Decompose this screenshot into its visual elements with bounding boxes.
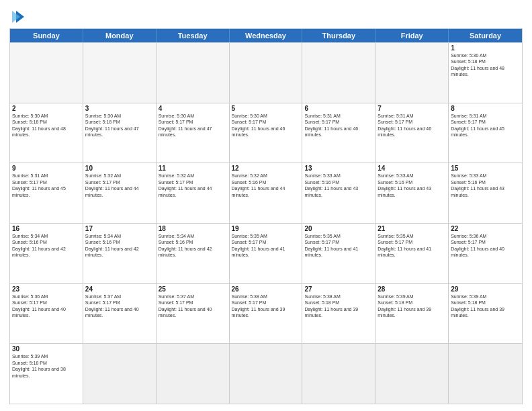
cell-info: Sunrise: 5:36 AMSunset: 5:17 PMDaylight:… [451, 233, 520, 259]
header-day-friday: Friday [375, 29, 449, 42]
calendar-cell: 23Sunrise: 5:36 AMSunset: 5:17 PMDayligh… [10, 284, 83, 344]
calendar-cell: 16Sunrise: 5:34 AMSunset: 5:16 PMDayligh… [10, 224, 83, 283]
calendar-cell: 13Sunrise: 5:33 AMSunset: 5:16 PMDayligh… [302, 163, 375, 223]
cell-info: Sunrise: 5:37 AMSunset: 5:17 PMDaylight:… [159, 293, 227, 319]
cell-info: Sunrise: 5:30 AMSunset: 5:17 PMDaylight:… [159, 113, 227, 138]
calendar-cell: 26Sunrise: 5:38 AMSunset: 5:17 PMDayligh… [230, 284, 303, 344]
day-number: 17 [85, 225, 154, 232]
calendar-cell [230, 344, 303, 404]
cell-info: Sunrise: 5:36 AMSunset: 5:17 PMDaylight:… [12, 293, 81, 319]
day-number: 14 [378, 165, 446, 172]
cell-info: Sunrise: 5:38 AMSunset: 5:18 PMDaylight:… [304, 293, 373, 319]
calendar-week-3: 9Sunrise: 5:31 AMSunset: 5:17 PMDaylight… [10, 163, 522, 223]
day-number: 29 [451, 285, 520, 293]
day-number: 8 [451, 105, 520, 112]
day-number: 4 [159, 105, 227, 112]
cell-info: Sunrise: 5:30 AMSunset: 5:18 PMDaylight:… [451, 52, 520, 78]
cell-info: Sunrise: 5:30 AMSunset: 5:17 PMDaylight:… [232, 113, 300, 138]
cell-info: Sunrise: 5:32 AMSunset: 5:17 PMDaylight:… [159, 173, 227, 198]
calendar-cell: 5Sunrise: 5:30 AMSunset: 5:17 PMDaylight… [230, 103, 303, 163]
calendar-cell [157, 43, 230, 103]
calendar-cell [230, 43, 303, 103]
cell-info: Sunrise: 5:39 AMSunset: 5:18 PMDaylight:… [12, 353, 81, 379]
calendar-cell [302, 344, 375, 404]
cell-info: Sunrise: 5:32 AMSunset: 5:17 PMDaylight:… [85, 173, 154, 198]
cell-info: Sunrise: 5:31 AMSunset: 5:17 PMDaylight:… [451, 113, 520, 138]
calendar-week-5: 23Sunrise: 5:36 AMSunset: 5:17 PMDayligh… [10, 283, 522, 344]
cell-info: Sunrise: 5:31 AMSunset: 5:17 PMDaylight:… [12, 173, 81, 198]
calendar-cell: 30Sunrise: 5:39 AMSunset: 5:18 PMDayligh… [10, 344, 83, 404]
header-day-monday: Monday [83, 29, 157, 42]
calendar-cell: 9Sunrise: 5:31 AMSunset: 5:17 PMDaylight… [10, 163, 83, 223]
calendar-cell [302, 43, 375, 103]
calendar-body: 1Sunrise: 5:30 AMSunset: 5:18 PMDaylight… [10, 42, 522, 404]
header [9, 7, 523, 24]
calendar-cell: 25Sunrise: 5:37 AMSunset: 5:17 PMDayligh… [157, 284, 230, 344]
calendar-cell [375, 43, 449, 103]
calendar-cell: 21Sunrise: 5:35 AMSunset: 5:17 PMDayligh… [375, 224, 449, 283]
calendar-week-1: 1Sunrise: 5:30 AMSunset: 5:18 PMDaylight… [10, 42, 522, 103]
cell-info: Sunrise: 5:30 AMSunset: 5:18 PMDaylight:… [12, 113, 81, 138]
calendar-cell: 19Sunrise: 5:35 AMSunset: 5:17 PMDayligh… [230, 224, 303, 283]
calendar-cell: 28Sunrise: 5:39 AMSunset: 5:18 PMDayligh… [375, 284, 449, 344]
day-number: 6 [304, 105, 373, 112]
cell-info: Sunrise: 5:33 AMSunset: 5:16 PMDaylight:… [451, 173, 520, 198]
calendar-cell: 2Sunrise: 5:30 AMSunset: 5:18 PMDaylight… [10, 103, 83, 163]
page: SundayMondayTuesdayWednesdayThursdayFrid… [0, 0, 532, 411]
day-number: 26 [232, 285, 300, 293]
header-day-saturday: Saturday [449, 29, 522, 42]
day-number: 5 [232, 105, 300, 112]
calendar-cell [157, 344, 230, 404]
cell-info: Sunrise: 5:37 AMSunset: 5:17 PMDaylight:… [85, 293, 154, 319]
day-number: 1 [451, 44, 520, 52]
calendar-cell: 20Sunrise: 5:35 AMSunset: 5:17 PMDayligh… [302, 224, 375, 283]
calendar-week-6: 30Sunrise: 5:39 AMSunset: 5:18 PMDayligh… [10, 343, 522, 404]
day-number: 3 [85, 105, 154, 112]
header-day-wednesday: Wednesday [230, 29, 303, 42]
calendar: SundayMondayTuesdayWednesdayThursdayFrid… [9, 28, 523, 404]
cell-info: Sunrise: 5:39 AMSunset: 5:18 PMDaylight:… [451, 293, 520, 319]
day-number: 21 [378, 225, 446, 232]
day-number: 9 [12, 165, 81, 172]
cell-info: Sunrise: 5:35 AMSunset: 5:17 PMDaylight:… [232, 233, 300, 259]
calendar-week-4: 16Sunrise: 5:34 AMSunset: 5:16 PMDayligh… [10, 223, 522, 283]
calendar-cell: 11Sunrise: 5:32 AMSunset: 5:17 PMDayligh… [157, 163, 230, 223]
calendar-cell: 10Sunrise: 5:32 AMSunset: 5:17 PMDayligh… [83, 163, 157, 223]
calendar-cell: 27Sunrise: 5:38 AMSunset: 5:18 PMDayligh… [302, 284, 375, 344]
logo-icon [11, 9, 26, 24]
day-number: 16 [12, 225, 81, 232]
calendar-cell: 4Sunrise: 5:30 AMSunset: 5:17 PMDaylight… [157, 103, 230, 163]
cell-info: Sunrise: 5:34 AMSunset: 5:16 PMDaylight:… [159, 233, 227, 259]
header-day-tuesday: Tuesday [157, 29, 230, 42]
calendar-cell: 15Sunrise: 5:33 AMSunset: 5:16 PMDayligh… [449, 163, 522, 223]
calendar-cell: 3Sunrise: 5:30 AMSunset: 5:18 PMDaylight… [83, 103, 157, 163]
day-number: 19 [232, 225, 300, 232]
calendar-cell: 29Sunrise: 5:39 AMSunset: 5:18 PMDayligh… [449, 284, 522, 344]
day-number: 11 [159, 165, 227, 172]
day-number: 7 [378, 105, 446, 112]
cell-info: Sunrise: 5:38 AMSunset: 5:17 PMDaylight:… [232, 293, 300, 319]
calendar-cell: 7Sunrise: 5:31 AMSunset: 5:17 PMDaylight… [375, 103, 449, 163]
cell-info: Sunrise: 5:31 AMSunset: 5:17 PMDaylight:… [304, 113, 373, 138]
day-number: 23 [12, 285, 81, 293]
cell-info: Sunrise: 5:35 AMSunset: 5:17 PMDaylight:… [304, 233, 373, 259]
day-number: 13 [304, 165, 373, 172]
day-number: 25 [159, 285, 227, 293]
calendar-cell: 14Sunrise: 5:33 AMSunset: 5:16 PMDayligh… [375, 163, 449, 223]
calendar-cell [83, 344, 157, 404]
logo [9, 7, 26, 24]
day-number: 18 [159, 225, 227, 232]
cell-info: Sunrise: 5:30 AMSunset: 5:18 PMDaylight:… [85, 113, 154, 138]
day-number: 27 [304, 285, 373, 293]
calendar-cell: 8Sunrise: 5:31 AMSunset: 5:17 PMDaylight… [449, 103, 522, 163]
day-number: 28 [378, 285, 446, 293]
calendar-cell: 1Sunrise: 5:30 AMSunset: 5:18 PMDaylight… [449, 43, 522, 103]
calendar-cell: 6Sunrise: 5:31 AMSunset: 5:17 PMDaylight… [302, 103, 375, 163]
calendar-week-2: 2Sunrise: 5:30 AMSunset: 5:18 PMDaylight… [10, 103, 522, 163]
cell-info: Sunrise: 5:33 AMSunset: 5:16 PMDaylight:… [378, 173, 446, 198]
day-number: 24 [85, 285, 154, 293]
day-number: 15 [451, 165, 520, 172]
calendar-cell [83, 43, 157, 103]
calendar-cell [375, 344, 449, 404]
cell-info: Sunrise: 5:32 AMSunset: 5:16 PMDaylight:… [232, 173, 300, 198]
